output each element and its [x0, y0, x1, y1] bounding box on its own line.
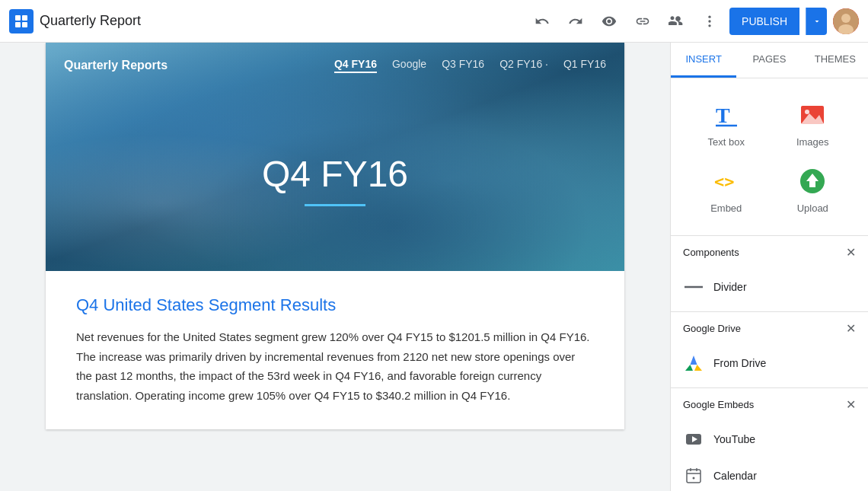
section-heading: Q4 United States Segment Results	[76, 295, 594, 315]
insert-textbox[interactable]: T Text box	[683, 91, 770, 157]
youtube-item[interactable]: YouTube	[677, 421, 862, 458]
hero-nav-link-google[interactable]: Google	[392, 58, 426, 73]
youtube-label: YouTube	[713, 433, 755, 445]
calendar-icon	[683, 465, 704, 486]
hero-nav-link-q4fy16[interactable]: Q4 FY16	[334, 58, 377, 73]
svg-point-6	[708, 24, 710, 27]
svg-rect-22	[687, 470, 700, 483]
drive-icon	[683, 352, 704, 374]
hero-center: Q4 FY16	[46, 88, 624, 271]
svg-point-5	[708, 20, 710, 22]
link-button[interactable]	[629, 8, 656, 35]
divider-label: Divider	[713, 281, 747, 293]
hero-nav-link-q1fy16[interactable]: Q1 FY16	[563, 58, 606, 73]
google-embeds-title: Google Embeds	[683, 399, 754, 410]
svg-point-4	[708, 15, 710, 18]
insert-images[interactable]: Images	[770, 91, 857, 157]
hero-nav-links: Q4 FY16 Google Q3 FY16 Q2 FY16 · Q1 FY16	[334, 58, 606, 73]
embed-label: Embed	[710, 202, 742, 214]
insert-embed[interactable]: <> Embed	[683, 157, 770, 223]
hero-section: Quarterly Reports Q4 FY16 Google Q3 FY16…	[46, 43, 624, 271]
embed-icon: <>	[711, 166, 742, 196]
svg-point-26	[693, 477, 695, 480]
panel-tabs: INSERT PAGES THEMES	[671, 43, 868, 78]
toolbar-actions: PUBLISH	[528, 8, 859, 35]
publish-dropdown-button[interactable]	[806, 8, 827, 35]
insert-grid: T Text box Images	[671, 78, 868, 235]
from-drive-item[interactable]: From Drive	[677, 345, 862, 381]
components-section: Components ✕ Divider	[671, 235, 868, 311]
svg-point-13	[805, 110, 809, 114]
hero-nav-link-q3fy16[interactable]: Q3 FY16	[442, 58, 484, 73]
google-embeds-items: YouTube Calendar	[671, 421, 868, 491]
svg-rect-3	[22, 22, 27, 27]
right-panel: INSERT PAGES THEMES T Text box	[670, 43, 868, 491]
google-drive-toggle-icon: ✕	[846, 321, 856, 336]
google-drive-items: From Drive	[671, 345, 868, 387]
tab-pages[interactable]: PAGES	[736, 43, 802, 78]
canvas-area[interactable]: Quarterly Reports Q4 FY16 Google Q3 FY16…	[0, 43, 670, 491]
page-title: Quarterly Report	[40, 13, 522, 29]
svg-text:T: T	[716, 104, 730, 127]
section-body: Net revenues for the United States segme…	[76, 327, 594, 405]
svg-rect-0	[15, 15, 21, 21]
tab-themes[interactable]: THEMES	[803, 43, 868, 78]
share-button[interactable]	[662, 8, 690, 35]
svg-rect-1	[22, 15, 27, 21]
google-drive-header[interactable]: Google Drive ✕	[671, 312, 868, 345]
page-content: Quarterly Reports Q4 FY16 Google Q3 FY16…	[46, 43, 624, 429]
more-button[interactable]	[696, 8, 723, 35]
hero-title: Q4 FY16	[262, 153, 408, 195]
calendar-label: Calendar	[713, 470, 757, 482]
svg-text:<>: <>	[714, 172, 735, 191]
insert-upload[interactable]: Upload	[770, 157, 857, 223]
textbox-icon: T	[711, 100, 742, 130]
upload-label: Upload	[797, 202, 828, 214]
hero-underline	[305, 204, 365, 206]
image-icon	[797, 100, 828, 130]
preview-button[interactable]	[595, 8, 623, 35]
components-title: Components	[683, 247, 739, 258]
calendar-item[interactable]: Calendar	[677, 458, 862, 491]
redo-button[interactable]	[562, 8, 589, 35]
images-label: Images	[796, 136, 829, 148]
textbox-label: Text box	[708, 136, 745, 148]
google-drive-section: Google Drive ✕ From Drive	[671, 311, 868, 387]
hero-nav: Quarterly Reports Q4 FY16 Google Q3 FY16…	[46, 43, 624, 88]
from-drive-label: From Drive	[713, 357, 766, 369]
svg-rect-2	[15, 22, 21, 27]
avatar[interactable]	[833, 8, 859, 34]
divider-icon	[683, 276, 704, 298]
toolbar: Quarterly Report PUBLISH	[0, 0, 868, 43]
components-toggle-icon: ✕	[846, 245, 856, 260]
upload-icon	[797, 166, 828, 196]
google-embeds-section: Google Embeds ✕ YouTube	[671, 387, 868, 491]
main-area: Quarterly Reports Q4 FY16 Google Q3 FY16…	[0, 43, 868, 491]
body-content: Q4 United States Segment Results Net rev…	[46, 271, 624, 429]
components-header[interactable]: Components ✕	[671, 236, 868, 269]
youtube-icon	[683, 429, 704, 450]
publish-button[interactable]: PUBLISH	[729, 8, 799, 35]
hero-nav-link-q2fy16[interactable]: Q2 FY16 ·	[499, 58, 548, 73]
divider-item[interactable]: Divider	[677, 269, 862, 305]
google-drive-title: Google Drive	[683, 323, 741, 334]
google-embeds-toggle-icon: ✕	[846, 397, 856, 412]
app-logo	[9, 9, 34, 33]
hero-site-title: Quarterly Reports	[64, 59, 168, 72]
undo-button[interactable]	[528, 8, 556, 35]
components-items: Divider	[671, 269, 868, 311]
google-embeds-header[interactable]: Google Embeds ✕	[671, 388, 868, 421]
tab-insert[interactable]: INSERT	[671, 43, 736, 78]
svg-point-8	[841, 14, 850, 23]
